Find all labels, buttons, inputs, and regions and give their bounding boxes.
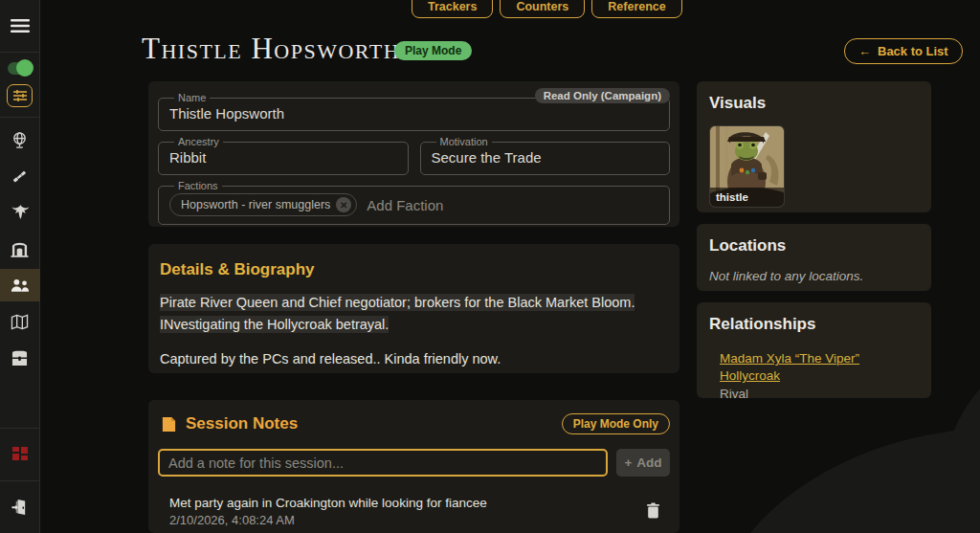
name-field-label: Name [174, 92, 210, 103]
back-button-label: Back to List [878, 44, 948, 58]
plus-icon: + [624, 455, 632, 470]
reference-button[interactable]: Reference [591, 0, 681, 18]
details-biography-card: Details & Biography Pirate River Queen a… [148, 244, 679, 373]
modules-grid-icon[interactable] [0, 438, 40, 471]
add-note-button[interactable]: + Add [616, 449, 670, 477]
ancestry-input[interactable] [169, 149, 397, 166]
counters-button[interactable]: Counters [500, 0, 585, 18]
exit-door-icon[interactable] [0, 491, 40, 523]
biography-paragraph: Pirate River Queen and Chief negotiator;… [160, 292, 643, 336]
locations-card: Locations Not linked to any locations. [697, 224, 931, 291]
toggle-knob [16, 59, 33, 77]
relationships-title: Relationships [709, 315, 919, 334]
spyglass-icon[interactable] [0, 160, 40, 192]
play-mode-badge: Play Mode [394, 41, 472, 60]
gate-icon[interactable] [0, 233, 40, 265]
play-mode-toggle[interactable] [8, 62, 33, 75]
ancestry-field[interactable]: Ancestry [158, 136, 409, 175]
visuals-title: Visuals [709, 94, 919, 113]
hamburger-menu-icon[interactable] [0, 10, 40, 42]
motivation-field[interactable]: Motivation [420, 136, 671, 175]
factions-field-label: Factions [174, 180, 222, 191]
name-input[interactable] [169, 105, 658, 122]
add-faction-input[interactable] [367, 197, 558, 213]
dragon-icon[interactable] [0, 196, 40, 229]
factions-field[interactable]: Factions Hopsworth - river smugglers ✕ [158, 180, 670, 225]
session-notes-card: Session Notes Play Mode Only + Add Met p… [148, 400, 679, 533]
locations-title: Locations [709, 236, 919, 255]
faction-chip-label: Hopsworth - river smugglers [181, 198, 330, 211]
highlighted-text: Pirate River Queen and Chief negotiator;… [160, 294, 635, 333]
delete-note-icon[interactable] [644, 500, 662, 523]
session-note-input[interactable] [158, 449, 608, 477]
note-timestamp: 2/10/2026, 4:08:24 AM [169, 513, 644, 527]
relationship-link[interactable]: Madam Xyla “The Viper” Hollycroak [720, 351, 859, 383]
back-to-list-button[interactable]: ← Back to List [844, 38, 963, 64]
ancestry-field-label: Ancestry [174, 136, 223, 147]
readonly-campaign-badge: Read Only (Campaign) [535, 88, 670, 103]
add-button-label: Add [636, 455, 661, 470]
character-form-card: Read Only (Campaign) Name Ancestry Motiv… [148, 81, 679, 227]
note-text: Met party again in Croakington while loo… [169, 496, 644, 510]
faction-chip[interactable]: Hopsworth - river smugglers ✕ [169, 193, 357, 216]
relationship-type: Rival [720, 387, 919, 401]
thumbnail-caption: thistle [710, 188, 784, 207]
session-notes-title: Session Notes [186, 414, 298, 433]
globe-icon[interactable] [0, 123, 40, 156]
session-note-item: Met party again in Croakington while loo… [158, 492, 670, 531]
characters-icon[interactable] [0, 269, 40, 301]
biography-paragraph: Captured by the PCs and released.. Kinda… [160, 348, 643, 370]
chip-remove-icon[interactable]: ✕ [336, 197, 351, 212]
page-title: Thistle Hopsworth [142, 32, 400, 66]
filters-sliders-icon[interactable] [7, 84, 33, 107]
back-arrow-icon: ← [858, 44, 871, 58]
relationship-item: Madam Xyla “The Viper” Hollycroak Rival [709, 349, 919, 401]
map-icon[interactable] [0, 305, 40, 338]
note-file-icon [161, 416, 177, 433]
motivation-field-label: Motivation [436, 136, 492, 147]
treasure-chest-icon[interactable] [0, 342, 40, 374]
visuals-card: Visuals thistle [697, 81, 931, 212]
relationships-card: Relationships Madam Xyla “The Viper” Hol… [697, 302, 931, 398]
play-mode-only-badge: Play Mode Only [562, 413, 670, 434]
locations-empty-text: Not linked to any locations. [709, 269, 919, 283]
motivation-input[interactable] [432, 149, 659, 166]
character-portrait-thumbnail[interactable]: thistle [709, 125, 785, 208]
left-sidebar [0, 0, 40, 533]
details-biography-title: Details & Biography [160, 260, 668, 279]
top-toolbar: Trackers Counters Reference [412, 0, 682, 18]
trackers-button[interactable]: Trackers [412, 0, 493, 18]
